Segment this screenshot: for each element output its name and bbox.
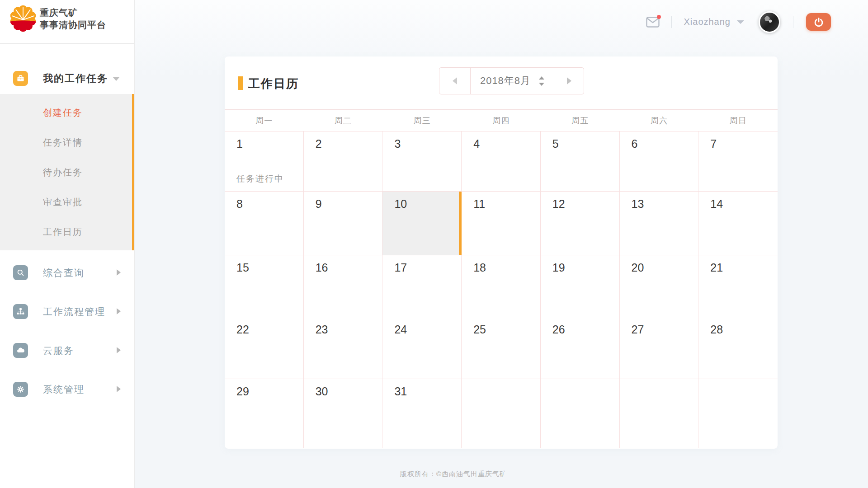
- divider: [793, 16, 793, 28]
- day-cell-12[interactable]: 12: [541, 192, 620, 255]
- day-cell-16[interactable]: 16: [304, 255, 383, 317]
- brand-title-line1: 重庆气矿: [40, 7, 106, 19]
- day-cell-27[interactable]: 27: [620, 317, 699, 379]
- day-cell-22[interactable]: 22: [225, 317, 304, 379]
- sidebar-item-系统管理[interactable]: 系统管理: [0, 382, 134, 397]
- day-cell-23[interactable]: 23: [304, 317, 383, 379]
- day-number: 25: [462, 317, 540, 336]
- day-number: 3: [382, 131, 461, 150]
- day-cell-empty: [620, 379, 699, 448]
- day-cell-28[interactable]: 28: [698, 317, 778, 379]
- title-accent-bar: [238, 76, 243, 90]
- day-cell-18[interactable]: 18: [462, 255, 541, 317]
- day-cell-29[interactable]: 29: [225, 379, 304, 448]
- brand-header: 重庆气矿 事事清协同平台: [0, 0, 134, 44]
- day-number: 7: [698, 131, 778, 150]
- next-month-button[interactable]: [554, 68, 584, 94]
- day-cell-26[interactable]: 26: [541, 317, 620, 379]
- spinner-down-icon[interactable]: [539, 83, 544, 86]
- day-number: 2: [304, 131, 382, 150]
- spinner-up-icon[interactable]: [539, 76, 544, 80]
- day-cell-25[interactable]: 25: [462, 317, 541, 379]
- day-cell-empty: [462, 379, 541, 448]
- day-number: 11: [462, 192, 540, 211]
- day-cell-11[interactable]: 11: [462, 192, 541, 255]
- cloud-icon: [13, 343, 28, 358]
- day-number: 6: [620, 131, 698, 150]
- day-cell-24[interactable]: 24: [382, 317, 462, 379]
- sidebar-item-label: 工作流程管理: [43, 305, 105, 318]
- month-label: 2018年8月: [480, 74, 531, 88]
- search-icon: [13, 265, 28, 280]
- username-label[interactable]: Xiaozhang: [684, 17, 731, 27]
- prev-month-button[interactable]: [439, 68, 471, 94]
- day-cell-9[interactable]: 9: [304, 192, 383, 255]
- divider: [671, 16, 672, 28]
- weekday-label: 周三: [382, 110, 462, 131]
- chevron-right-icon: [117, 269, 121, 276]
- weekday-label: 周一: [225, 110, 304, 131]
- day-number: 23: [304, 317, 382, 336]
- sidebar: 重庆气矿 事事清协同平台 我的工作任务 创建任务任务详情待办任务审查审批工作日历…: [0, 0, 135, 488]
- day-cell-17[interactable]: 17: [382, 255, 462, 317]
- card-header: 工作日历 2018年8月: [225, 56, 778, 110]
- day-cell-30[interactable]: 30: [304, 379, 383, 448]
- notification-dot: [657, 15, 661, 19]
- event-label[interactable]: 任务进行中: [236, 173, 284, 185]
- page-title: 工作日历: [248, 76, 299, 92]
- submenu-item-任务详情[interactable]: 任务详情: [0, 127, 134, 157]
- chevron-right-icon: [117, 386, 121, 392]
- day-cell-empty: [541, 379, 620, 448]
- day-cell-10[interactable]: 10: [382, 192, 462, 255]
- weekday-label: 周日: [698, 110, 778, 131]
- mail-icon[interactable]: [646, 17, 660, 28]
- day-number: 4: [462, 131, 540, 150]
- footer-copyright: 版权所有：©西南油气田重庆气矿: [87, 470, 820, 479]
- sidebar-item-工作流程管理[interactable]: 工作流程管理: [0, 304, 134, 319]
- logout-power-button[interactable]: [806, 13, 831, 31]
- day-number: 8: [225, 192, 303, 211]
- day-cell-6[interactable]: 6: [620, 131, 699, 192]
- submenu-item-创建任务[interactable]: 创建任务: [0, 98, 134, 127]
- work-calendar-card: 工作日历 2018年8月 周一周二周三周四周五周六周日 1任务进行中234567…: [225, 56, 778, 449]
- day-number: 30: [304, 379, 382, 398]
- day-number: 10: [382, 192, 461, 211]
- day-cell-7[interactable]: 7: [698, 131, 778, 192]
- chevron-right-icon: [117, 347, 121, 353]
- day-cell-21[interactable]: 21: [698, 255, 778, 317]
- day-number: 17: [382, 255, 461, 274]
- day-cell-31[interactable]: 31: [382, 379, 462, 448]
- day-cell-5[interactable]: 5: [541, 131, 620, 192]
- user-menu-chevron-down-icon[interactable]: [737, 20, 744, 24]
- month-select[interactable]: 2018年8月: [471, 68, 554, 94]
- submenu-item-待办任务[interactable]: 待办任务: [0, 157, 134, 187]
- day-cell-1[interactable]: 1任务进行中: [225, 131, 304, 192]
- day-number: 27: [620, 317, 698, 336]
- weekday-label: 周六: [620, 110, 699, 131]
- day-cell-3[interactable]: 3: [382, 131, 462, 192]
- sidebar-item-综合查询[interactable]: 综合查询: [0, 265, 134, 280]
- day-cell-2[interactable]: 2: [304, 131, 383, 192]
- day-cell-8[interactable]: 8: [225, 192, 304, 255]
- weekday-label: 周二: [304, 110, 383, 131]
- sidebar-item-云服务[interactable]: 云服务: [0, 343, 134, 358]
- chevron-right-icon: [117, 308, 121, 314]
- day-cell-13[interactable]: 13: [620, 192, 699, 255]
- avatar[interactable]: [759, 11, 780, 33]
- month-spinner[interactable]: [539, 76, 544, 86]
- submenu-item-工作日历[interactable]: 工作日历: [0, 217, 134, 247]
- day-cell-19[interactable]: 19: [541, 255, 620, 317]
- day-cell-4[interactable]: 4: [462, 131, 541, 192]
- petrochina-logo-icon: [10, 5, 36, 32]
- sidebar-item-my-work-tasks[interactable]: 我的工作任务: [0, 71, 134, 86]
- day-cell-14[interactable]: 14: [698, 192, 778, 255]
- submenu-item-审查审批[interactable]: 审查审批: [0, 187, 134, 217]
- flow-icon: [13, 304, 28, 319]
- day-number: 12: [541, 192, 619, 211]
- day-cell-15[interactable]: 15: [225, 255, 304, 317]
- day-cell-20[interactable]: 20: [620, 255, 699, 317]
- day-number: 13: [620, 192, 698, 211]
- month-navigator: 2018年8月: [439, 67, 584, 94]
- sidebar-sections: 综合查询工作流程管理云服务系统管理: [0, 265, 134, 397]
- day-number: 26: [541, 317, 619, 336]
